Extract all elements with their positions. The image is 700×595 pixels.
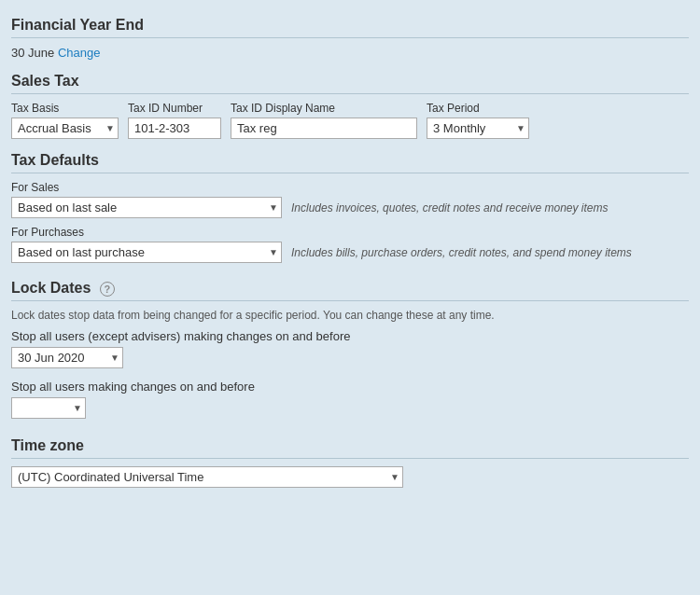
time-zone-title: Time zone [11,430,689,458]
lock-dates-help-icon[interactable]: ? [100,282,115,297]
lock-all-users-select-wrapper: ▼ [11,397,689,419]
lock-advisers-select[interactable]: 30 Jun 2020 [11,347,123,368]
time-zone-section: Time zone (UTC) Coordinated Universal Ti… [11,430,689,488]
tax-display-name-input[interactable] [231,118,417,139]
tax-period-select[interactable]: Monthly 2 Monthly 3 Monthly 6 Monthly Ye… [427,118,529,139]
tax-period-select-wrapper: Monthly 2 Monthly 3 Monthly 6 Monthly Ye… [427,118,529,139]
for-purchases-select-wrapper: Based on last purchase Tax Exclusive Tax… [11,242,282,263]
tax-defaults-rows: For Sales Based on last sale Tax Exclusi… [11,181,689,263]
tax-basis-field: Tax Basis Accrual Basis Cash Basis ▼ [11,102,119,139]
for-sales-field: For Sales Based on last sale Tax Exclusi… [11,181,689,218]
for-sales-select[interactable]: Based on last sale Tax Exclusive Tax Inc… [11,197,282,218]
tax-id-number-label: Tax ID Number [128,102,221,115]
tax-display-name-field: Tax ID Display Name [231,102,417,139]
for-sales-hint: Includes invoices, quotes, credit notes … [291,201,609,214]
lock-all-users-select[interactable] [11,397,86,419]
lock-all-users-row: Stop all users making changes on and bef… [11,380,689,419]
tax-id-number-input[interactable] [128,118,221,139]
tax-basis-label: Tax Basis [11,102,119,115]
tax-basis-select-wrapper: Accrual Basis Cash Basis ▼ [11,118,119,139]
lock-advisers-row: Stop all users (except advisers) making … [11,329,689,368]
page-container: Financial Year End 30 June Change Sales … [0,0,700,503]
sales-tax-section: Sales Tax Tax Basis Accrual Basis Cash B… [11,65,689,139]
financial-year-end-title: Financial Year End [11,9,689,37]
for-sales-select-wrapper: Based on last sale Tax Exclusive Tax Inc… [11,197,282,218]
tax-display-name-label: Tax ID Display Name [231,102,417,115]
for-purchases-select[interactable]: Based on last purchase Tax Exclusive Tax… [11,242,282,263]
lock-all-users-label: Stop all users making changes on and bef… [11,380,689,394]
sales-tax-title: Sales Tax [11,65,689,93]
lock-dates-title: Lock Dates ? [11,272,689,300]
timezone-select[interactable]: (UTC) Coordinated Universal Time (UTC+10… [11,466,403,488]
tax-defaults-section: Tax Defaults For Sales Based on last sal… [11,145,689,263]
lock-dates-description: Lock dates stop data from being changed … [11,309,689,322]
financial-year-end-section: Financial Year End 30 June Change [11,9,689,60]
tax-id-number-field: Tax ID Number [128,102,221,139]
fy-change-link[interactable]: Change [58,46,101,60]
for-purchases-label: For Purchases [11,226,689,239]
lock-advisers-label: Stop all users (except advisers) making … [11,329,689,343]
tax-period-field: Tax Period Monthly 2 Monthly 3 Monthly 6… [427,102,529,139]
fy-date: 30 June [11,46,54,60]
for-purchases-row: Based on last purchase Tax Exclusive Tax… [11,242,689,263]
lock-all-users-dropdown-wrapper: ▼ [11,397,86,419]
lock-advisers-dropdown-wrapper: 30 Jun 2020 ▼ [11,347,123,368]
tax-defaults-title: Tax Defaults [11,145,689,173]
timezone-select-wrapper: (UTC) Coordinated Universal Time (UTC+10… [11,466,403,488]
for-purchases-field: For Purchases Based on last purchase Tax… [11,226,689,263]
for-purchases-hint: Includes bills, purchase orders, credit … [291,246,632,259]
for-sales-label: For Sales [11,181,689,194]
sales-tax-fields-row: Tax Basis Accrual Basis Cash Basis ▼ Tax… [11,102,689,139]
for-sales-row: Based on last sale Tax Exclusive Tax Inc… [11,197,689,218]
tax-basis-select[interactable]: Accrual Basis Cash Basis [11,118,119,139]
fy-value: 30 June Change [11,46,689,60]
lock-advisers-select-wrapper: 30 Jun 2020 ▼ [11,347,689,368]
lock-dates-section: Lock Dates ? Lock dates stop data from b… [11,272,689,419]
tax-period-label: Tax Period [427,102,529,115]
